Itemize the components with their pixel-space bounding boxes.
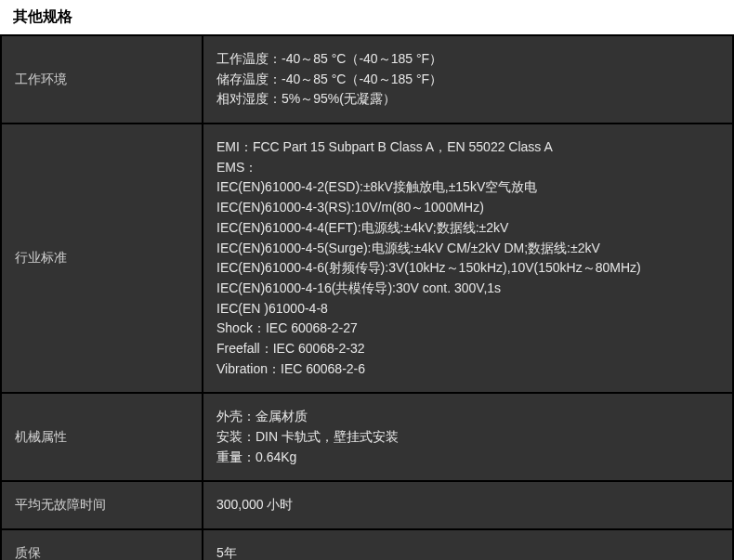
spec-value-line: IEC(EN )61000-4-8 bbox=[216, 299, 719, 319]
spec-value-line: IEC(EN)61000-4-5(Surge):电源线:±4kV CM/±2kV… bbox=[216, 239, 719, 259]
spec-value-line: IEC(EN)61000-4-6(射频传导):3V(10kHz～150kHz),… bbox=[216, 258, 719, 279]
spec-label: 质保 bbox=[2, 530, 202, 560]
spec-value-line: 重量：0.64Kg bbox=[216, 448, 719, 468]
spec-value-line: 工作温度：-40～85 °C（-40～185 °F） bbox=[216, 49, 719, 70]
spec-label: 机械属性 bbox=[2, 394, 202, 480]
spec-container: 其他规格 工作环境工作温度：-40～85 °C（-40～185 °F）储存温度：… bbox=[0, 0, 734, 560]
spec-label: 工作环境 bbox=[2, 36, 202, 123]
spec-value-line: IEC(EN)61000-4-16(共模传导):30V cont. 300V,1… bbox=[216, 279, 719, 299]
table-row: 质保5年 bbox=[2, 530, 732, 560]
spec-value-line: EMS： bbox=[216, 158, 719, 178]
spec-label: 行业标准 bbox=[2, 124, 202, 392]
spec-value-line: Freefall：IEC 60068-2-32 bbox=[216, 339, 719, 359]
spec-value-line: IEC(EN)61000-4-2(ESD):±8kV接触放电,±15kV空气放电 bbox=[216, 177, 719, 198]
spec-value: 外壳：金属材质安装：DIN 卡轨式，壁挂式安装重量：0.64Kg bbox=[203, 394, 732, 480]
spec-value-line: 储存温度：-40～85 °C（-40～185 °F） bbox=[216, 70, 719, 90]
section-title: 其他规格 bbox=[0, 0, 734, 34]
spec-label: 平均无故障时间 bbox=[2, 482, 202, 528]
spec-value-line: 相对湿度：5%～95%(无凝露） bbox=[216, 89, 719, 110]
spec-value-line: Shock：IEC 60068-2-27 bbox=[216, 319, 719, 339]
spec-value-line: IEC(EN)61000-4-3(RS):10V/m(80～1000MHz) bbox=[216, 198, 719, 218]
table-row: 工作环境工作温度：-40～85 °C（-40～185 °F）储存温度：-40～8… bbox=[2, 36, 732, 123]
spec-value: 300,000 小时 bbox=[203, 482, 732, 528]
spec-table: 工作环境工作温度：-40～85 °C（-40～185 °F）储存温度：-40～8… bbox=[0, 34, 734, 560]
spec-value: EMI：FCC Part 15 Subpart B Class A，EN 550… bbox=[203, 124, 732, 392]
spec-value-line: Vibration：IEC 60068-2-6 bbox=[216, 359, 719, 380]
spec-value-line: IEC(EN)61000-4-4(EFT):电源线:±4kV;数据线:±2kV bbox=[216, 218, 719, 239]
spec-value: 工作温度：-40～85 °C（-40～185 °F）储存温度：-40～85 °C… bbox=[203, 36, 732, 123]
spec-value: 5年 bbox=[203, 530, 732, 560]
spec-value-line: 300,000 小时 bbox=[216, 495, 719, 515]
table-row: 平均无故障时间300,000 小时 bbox=[2, 482, 732, 528]
spec-value-line: 安装：DIN 卡轨式，壁挂式安装 bbox=[216, 427, 719, 448]
spec-value-line: 外壳：金属材质 bbox=[216, 407, 719, 427]
spec-value-line: 5年 bbox=[216, 543, 719, 560]
table-row: 行业标准EMI：FCC Part 15 Subpart B Class A，EN… bbox=[2, 124, 732, 392]
spec-value-line: EMI：FCC Part 15 Subpart B Class A，EN 550… bbox=[216, 137, 719, 158]
table-row: 机械属性外壳：金属材质安装：DIN 卡轨式，壁挂式安装重量：0.64Kg bbox=[2, 394, 732, 480]
